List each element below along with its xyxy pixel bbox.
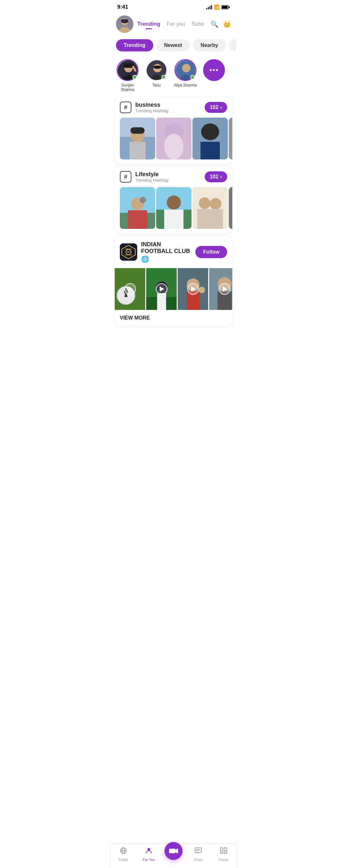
tab-for-you[interactable]: For you — [167, 21, 185, 27]
svg-text:WINDY: WINDY — [125, 248, 132, 250]
hashtag-count-business[interactable]: 102 › — [205, 102, 227, 113]
story-gunjan[interactable]: Gunjan Sharma — [116, 59, 139, 92]
svg-point-28 — [164, 134, 184, 159]
count-value-lifestyle: 102 — [210, 174, 219, 180]
lifestyle-image-3[interactable] — [192, 187, 228, 229]
nav-for-you-label: For You — [143, 858, 155, 862]
more-stories-button[interactable]: ••• — [203, 59, 225, 81]
club-name-area: INDIAN FOOTBALL CLUB 🌐 — [141, 241, 191, 263]
count-arrow-business: › — [220, 104, 222, 110]
svg-point-40 — [167, 195, 181, 210]
business-img2-svg — [156, 118, 191, 159]
business-image-3[interactable] — [192, 118, 228, 159]
hashtag-header-lifestyle: # Lifestyle Trending Hashtag 102 › — [115, 166, 232, 187]
tab-trending[interactable]: Trending — [137, 21, 160, 27]
svg-marker-73 — [176, 848, 178, 854]
lifestyle-image-4[interactable] — [229, 187, 232, 229]
nav-tabs: Trending For you Subs — [137, 21, 207, 27]
nav-feeds-label: Feeds — [219, 858, 228, 862]
hashtag-images-business — [115, 118, 232, 164]
filter-nearby[interactable]: Nearby — [193, 39, 226, 52]
hashtag-header-business: # business Trending Hashtag 102 › — [115, 97, 232, 118]
chats-icon — [194, 847, 202, 857]
nav-chats[interactable]: Chats — [189, 847, 208, 862]
svg-rect-78 — [224, 848, 227, 850]
svg-rect-79 — [220, 851, 223, 854]
svg-rect-23 — [130, 127, 145, 134]
svg-rect-2 — [229, 6, 230, 8]
svg-rect-24 — [129, 142, 146, 159]
filter-more[interactable] — [229, 39, 236, 52]
status-time: 9:41 — [117, 4, 128, 10]
svg-text:RAMPAGE: RAMPAGE — [125, 254, 133, 256]
play-icon-4 — [219, 283, 230, 295]
nav-public-label: Public — [119, 858, 128, 862]
story-tanu[interactable]: Tanu — [146, 59, 167, 88]
hashtag-sub-lifestyle: Trending Hashtag — [135, 178, 201, 183]
tab-subs[interactable]: Subs — [191, 21, 204, 27]
hashtag-sub-business: Trending Hashtag — [135, 108, 201, 113]
hashtag-count-lifestyle[interactable]: 102 › — [205, 172, 227, 182]
play-icon-3 — [187, 283, 199, 295]
bottom-nav: Public For You Chats — [111, 844, 236, 868]
club-card: WINDY city RAMPAGE INDIAN FOOTBALL CLUB … — [115, 236, 232, 326]
search-icon[interactable]: 🔍 — [211, 20, 219, 28]
view-more-button[interactable]: VIEW MORE — [115, 310, 232, 326]
more-dots-icon: ••• — [210, 66, 219, 74]
nav-public[interactable]: Public — [114, 847, 133, 862]
go-live-button[interactable] — [164, 842, 183, 860]
play-triangle-3 — [191, 286, 196, 291]
svg-point-18 — [182, 64, 191, 72]
story-more[interactable]: ••• — [203, 59, 225, 81]
hashtag-name-business: business — [135, 101, 201, 108]
hash-icon-business: # — [120, 101, 131, 113]
business-image-1[interactable] — [120, 118, 155, 159]
club-video-1[interactable] — [115, 268, 145, 310]
club-video-2[interactable] — [146, 268, 177, 310]
svg-rect-41 — [164, 210, 184, 229]
story-avatar-aliya — [175, 59, 196, 81]
club-video-4[interactable] — [209, 268, 232, 310]
svg-rect-1 — [222, 6, 228, 8]
hashtag-name-lifestyle: Lifestyle — [135, 171, 201, 178]
lifestyle-image-1[interactable] — [120, 187, 155, 229]
svg-rect-74 — [195, 848, 201, 852]
crown-icon[interactable]: 👑 — [223, 20, 231, 28]
svg-point-16 — [153, 66, 162, 69]
svg-rect-77 — [220, 848, 223, 850]
svg-text:city: city — [127, 251, 130, 253]
feeds-icon — [220, 847, 227, 857]
svg-point-43 — [199, 197, 211, 209]
hash-icon-lifestyle: # — [120, 171, 131, 183]
business-image-4[interactable] — [229, 118, 232, 159]
nav-for-you[interactable]: For You — [139, 847, 158, 862]
svg-rect-80 — [224, 851, 227, 854]
business-image-2[interactable] — [156, 118, 191, 159]
club-video-3[interactable] — [178, 268, 208, 310]
filter-newest[interactable]: Newest — [156, 39, 190, 52]
user-avatar[interactable] — [116, 16, 133, 33]
filter-trending[interactable]: Trending — [116, 39, 153, 52]
online-dot-gunjan — [132, 75, 137, 80]
svg-point-44 — [210, 198, 221, 210]
lifestyle-image-2[interactable] — [156, 187, 191, 229]
lifestyle-img2-svg — [156, 187, 191, 229]
header: Trending For you Subs 🔍 👑 — [111, 13, 236, 37]
play-icon-1 — [124, 283, 136, 295]
camera-icon — [169, 847, 178, 855]
status-bar: 9:41 📶 — [111, 0, 236, 13]
filter-tabs: Trending Newest Nearby — [111, 37, 236, 54]
play-triangle-4 — [223, 286, 227, 291]
story-name-tanu: Tanu — [152, 83, 161, 88]
nav-feeds[interactable]: Feeds — [214, 847, 233, 862]
count-value-business: 102 — [210, 104, 219, 110]
hashtag-images-lifestyle — [115, 187, 232, 234]
follow-button[interactable]: Follow — [195, 246, 227, 258]
lifestyle-img1-svg — [120, 187, 155, 229]
avatar-svg — [116, 16, 133, 33]
club-videos — [115, 268, 232, 310]
svg-point-64 — [198, 287, 205, 293]
story-aliya[interactable]: Aliya Sharma — [174, 59, 197, 88]
business-img1-svg — [120, 118, 155, 159]
svg-rect-72 — [169, 849, 176, 853]
